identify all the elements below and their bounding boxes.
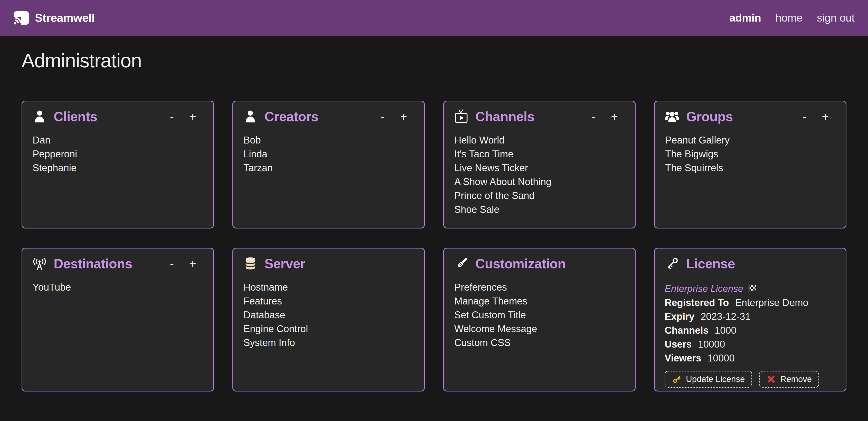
person-icon	[243, 109, 258, 124]
list-item[interactable]: Hostname	[243, 280, 415, 294]
remove-license-label: Remove	[780, 374, 812, 384]
card-header: Server	[243, 256, 415, 271]
list-item[interactable]: System Info	[243, 336, 415, 350]
list-item[interactable]: The Squirrels	[665, 161, 836, 175]
list-item[interactable]: YouTube	[33, 280, 204, 294]
update-license-label: Update License	[686, 374, 745, 384]
license-field-row: Channels 1000	[664, 323, 836, 337]
card-clients: Clients - + DanPepperoniStephanie	[22, 101, 214, 228]
card-controls: - +	[801, 109, 836, 124]
license-field-row: Viewers 10000	[664, 351, 836, 365]
cast-icon	[13, 11, 29, 25]
card-title: Creators	[265, 109, 318, 124]
license-field-label: Expiry	[664, 310, 694, 323]
license-field-row: Registered To Enterprise Demo	[664, 296, 836, 310]
gold-key-icon	[672, 374, 682, 384]
update-license-button[interactable]: Update License	[664, 371, 752, 388]
license-field-value: 1000	[715, 323, 737, 337]
card-controls: - +	[168, 257, 204, 270]
remove-channel-button[interactable]: -	[590, 109, 597, 124]
main-content: Administration Clients - + DanPepperoniS…	[22, 50, 846, 391]
list-item[interactable]: Preferences	[454, 280, 626, 294]
page-title: Administration	[22, 50, 846, 71]
list-item[interactable]: Stephanie	[33, 161, 204, 175]
license-fields: Registered To Enterprise Demo Expiry 202…	[664, 296, 836, 365]
nav-admin[interactable]: admin	[729, 12, 761, 24]
remove-destination-button[interactable]: -	[168, 257, 176, 270]
list-item[interactable]: Pepperoni	[33, 147, 204, 161]
card-title: Destinations	[54, 256, 132, 271]
add-channel-button[interactable]: +	[609, 109, 620, 124]
card-title: Customization	[475, 256, 566, 271]
card-title: License	[686, 256, 735, 271]
list-item[interactable]: The Bigwigs	[665, 147, 836, 161]
add-creator-button[interactable]: +	[398, 109, 409, 124]
remove-license-button[interactable]: Remove	[759, 371, 819, 388]
list-item[interactable]: Features	[243, 294, 415, 308]
add-group-button[interactable]: +	[820, 109, 831, 124]
list-item[interactable]: Custom CSS	[454, 336, 626, 350]
groups-list: Peanut GalleryThe BigwigsThe Squirrels	[665, 133, 836, 175]
card-title: Server	[265, 256, 305, 271]
list-item[interactable]: Hello World	[454, 133, 626, 147]
card-title: Clients	[54, 109, 97, 124]
license-tier: Enterprise License	[664, 282, 836, 296]
license-field-value: 10000	[708, 351, 735, 365]
clients-list: DanPepperoniStephanie	[33, 133, 204, 175]
list-item[interactable]: Dan	[33, 133, 204, 147]
list-item[interactable]: Shoe Sale	[454, 202, 626, 217]
card-header: Creators - +	[243, 108, 415, 125]
remove-creator-button[interactable]: -	[379, 109, 387, 124]
brand-name: Streamwell	[35, 11, 95, 25]
card-grid: Clients - + DanPepperoniStephanie Creato…	[22, 101, 846, 391]
list-item[interactable]: It's Taco Time	[454, 147, 626, 161]
add-destination-button[interactable]: +	[187, 257, 198, 270]
card-destinations: Destinations - + YouTube	[22, 248, 214, 391]
card-header: Groups - +	[664, 108, 836, 125]
top-nav: admin home sign out	[729, 12, 855, 24]
license-field-label: Users	[664, 337, 692, 351]
add-client-button[interactable]: +	[187, 109, 198, 124]
list-item[interactable]: Peanut Gallery	[665, 133, 836, 147]
brand[interactable]: Streamwell	[13, 11, 95, 25]
list-item[interactable]: Set Custom Title	[454, 308, 626, 322]
card-controls: - +	[590, 109, 626, 124]
broadcast-antenna-icon	[32, 256, 47, 271]
list-item[interactable]: Prince of the Sand	[454, 189, 626, 202]
remove-group-button[interactable]: -	[801, 109, 808, 124]
card-header: Destinations - +	[32, 256, 204, 271]
card-header: Channels - +	[454, 108, 626, 125]
customization-list: PreferencesManage ThemesSet Custom Title…	[454, 280, 626, 350]
card-title: Groups	[686, 109, 733, 124]
list-item[interactable]: Manage Themes	[454, 294, 626, 308]
card-controls: - +	[168, 109, 204, 124]
remove-client-button[interactable]: -	[168, 109, 176, 124]
list-item[interactable]: Bob	[243, 133, 415, 147]
list-item[interactable]: Linda	[243, 147, 415, 161]
card-title: Channels	[475, 109, 534, 124]
server-list: HostnameFeaturesDatabaseEngine ControlSy…	[243, 280, 415, 350]
list-item[interactable]: Live News Ticker	[454, 161, 626, 175]
card-customization: Customization PreferencesManage ThemesSe…	[443, 248, 636, 391]
nav-home[interactable]: home	[776, 12, 803, 24]
nav-sign-out[interactable]: sign out	[817, 12, 855, 24]
card-license: License Enterprise License	[654, 248, 846, 391]
list-item[interactable]: Database	[243, 308, 415, 322]
license-field-row: Users 10000	[664, 337, 836, 351]
paintbrush-icon	[454, 256, 469, 271]
database-icon	[243, 256, 258, 271]
license-field-label: Channels	[664, 323, 709, 337]
card-header: Clients - +	[32, 108, 204, 125]
license-field-label: Registered To	[664, 296, 729, 310]
top-bar: Streamwell admin home sign out	[0, 0, 868, 36]
list-item[interactable]: Tarzan	[243, 161, 415, 175]
list-item[interactable]: Welcome Message	[454, 322, 626, 336]
license-field-value: 10000	[698, 337, 725, 351]
license-field-value: Enterprise Demo	[735, 296, 808, 310]
group-icon	[664, 109, 680, 124]
person-icon	[32, 109, 47, 124]
list-item[interactable]: A Show About Nothing	[454, 175, 626, 189]
list-item[interactable]: Engine Control	[243, 322, 415, 336]
card-header: Customization	[454, 256, 626, 271]
creators-list: BobLindaTarzan	[243, 133, 415, 175]
